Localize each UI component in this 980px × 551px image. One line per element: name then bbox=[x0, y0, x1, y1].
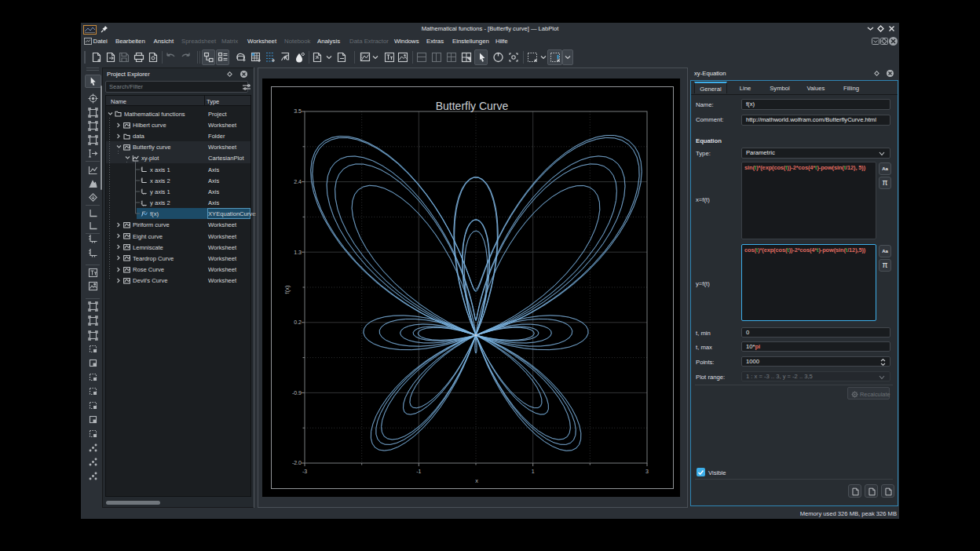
svg-text:-1: -1 bbox=[416, 469, 421, 474]
svg-text:-2.0: -2.0 bbox=[292, 460, 302, 465]
svg-text:0.2: 0.2 bbox=[294, 319, 302, 325]
svg-text:-0.9: -0.9 bbox=[292, 390, 302, 396]
svg-text:-3: -3 bbox=[302, 469, 307, 474]
svg-text:x: x bbox=[475, 477, 478, 484]
svg-text:2.4: 2.4 bbox=[294, 179, 302, 184]
svg-text:Butterfly Curve: Butterfly Curve bbox=[436, 100, 509, 112]
svg-text:f(x): f(x) bbox=[283, 285, 291, 294]
svg-text:1: 1 bbox=[532, 469, 535, 474]
svg-text:3.5: 3.5 bbox=[294, 108, 302, 114]
svg-text:1.3: 1.3 bbox=[294, 250, 302, 255]
svg-text:3: 3 bbox=[645, 469, 649, 474]
